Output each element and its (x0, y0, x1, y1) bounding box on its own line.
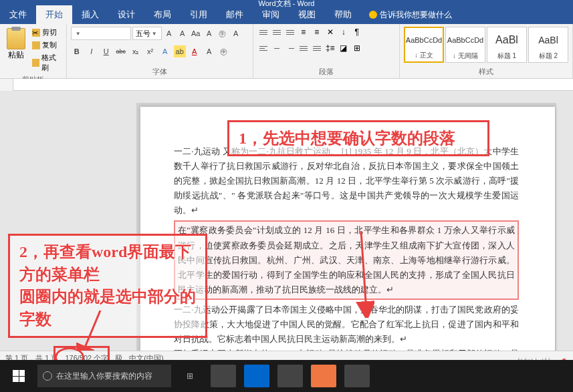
search-icon (43, 371, 52, 381)
line-spacing-button[interactable]: ‡≡ (324, 43, 336, 53)
tab-home[interactable]: 开始 (36, 5, 72, 25)
font-size-select[interactable]: 五号▼ (132, 27, 162, 40)
change-case-button[interactable]: Aa (190, 27, 202, 39)
title-bar: Word文档 - Word (0, 0, 573, 5)
paste-label: 粘贴 (8, 49, 24, 61)
underline-button[interactable]: U (100, 45, 112, 57)
paragraph-3[interactable]: 一二·九运动公开揭露了日本帝国主义侵略中国，并吞华北的阴谋，打击了国民党政府的妥… (174, 303, 519, 347)
bullets-button[interactable] (257, 27, 269, 37)
tab-help[interactable]: 帮助 (325, 5, 361, 25)
char-border-button[interactable]: A (230, 27, 242, 39)
tab-insert[interactable]: 插入 (72, 5, 108, 25)
multilevel-button[interactable] (284, 27, 296, 37)
clear-format-button[interactable]: A (203, 27, 215, 39)
numbering-button[interactable] (271, 27, 283, 37)
taskbar-search[interactable]: 在这里输入你要搜索的内容 (37, 365, 171, 387)
horizontal-ruler[interactable] (0, 79, 573, 91)
paragraph-group-label: 段落 (257, 65, 395, 77)
tab-references[interactable]: 引用 (181, 5, 217, 25)
taskview-button[interactable]: ⊞ (175, 363, 205, 389)
ruler-corner (0, 79, 13, 91)
sort-button[interactable]: ↓ (338, 27, 350, 37)
copy-button[interactable]: 复制 (31, 39, 62, 51)
tab-design[interactable]: 设计 (108, 5, 144, 25)
group-font: ▼ 五号▼ A A Aa A ㊫ A B I U abc x₂ x² A ab … (67, 24, 253, 78)
group-clipboard: 粘贴 ✂剪切 复制 格式刷 剪贴板 (0, 24, 67, 78)
subscript-button[interactable]: x₂ (130, 45, 142, 57)
strike-button[interactable]: abc (115, 45, 127, 57)
bold-button[interactable]: B (71, 45, 83, 57)
taskbar-app-3[interactable] (275, 363, 305, 389)
char-shading-button[interactable]: A (203, 45, 215, 57)
style-heading1[interactable]: AaBl标题 1 (487, 27, 527, 63)
tab-mail[interactable]: 邮件 (217, 5, 253, 25)
annotation-1: 1，先选中想要确认字数的段落 (227, 120, 489, 156)
group-styles: AaBbCcDd↓ 正文 AaBbCcDd↓ 无间隔 AaBl标题 1 AaBl… (400, 24, 573, 78)
copy-icon (32, 41, 40, 49)
app-title: Word文档 - Word (259, 0, 315, 9)
ribbon-body: 粘贴 ✂剪切 复制 格式刷 剪贴板 ▼ 五号▼ A A Aa A ㊫ A B (0, 24, 573, 79)
clipboard-icon (7, 28, 25, 49)
taskbar-app-2[interactable] (242, 363, 271, 389)
font-color-button[interactable]: A (189, 45, 201, 57)
shading-button[interactable]: ◪ (338, 43, 350, 53)
group-paragraph: ≡ ≡ ✕ ↓ ¶ ‡≡ ◪ ⊞ 段落 (253, 24, 400, 78)
cut-button[interactable]: ✂剪切 (31, 27, 62, 38)
bulb-icon (369, 11, 377, 19)
italic-button[interactable]: I (86, 45, 98, 57)
format-painter-button[interactable]: 格式刷 (31, 52, 62, 73)
paragraph-2-selected[interactable]: 在"冀察政务委员会"计划成立的 12 月 16 日，北平学生和各界群众 1 万余… (174, 220, 519, 299)
text-effect-button[interactable]: A (159, 45, 171, 57)
style-heading2[interactable]: AaBl标题 2 (528, 27, 568, 63)
annotation-2: 2，再查看word界面最下方的菜单栏 圆圈内的就是选中部分的字数 (8, 234, 207, 338)
indent-left-button[interactable]: ≡ (298, 27, 310, 37)
taskbar: 在这里输入你要搜索的内容 ⊞ (0, 360, 573, 392)
align-left-button[interactable] (257, 43, 269, 53)
tab-file[interactable]: 文件 (0, 5, 36, 25)
start-button[interactable] (4, 363, 33, 389)
taskbar-search-placeholder: 在这里输入你要搜索的内容 (56, 371, 152, 382)
align-center-button[interactable] (271, 43, 283, 53)
highlight-button[interactable]: ab (174, 45, 186, 57)
grow-font-button[interactable]: A (163, 27, 175, 39)
styles-group-label: 样式 (404, 65, 568, 77)
windows-icon (13, 370, 25, 382)
taskbar-app-5[interactable] (342, 363, 372, 389)
indent-right-button[interactable]: ≡ (311, 27, 323, 37)
phonetic-button[interactable]: ㊫ (217, 27, 229, 39)
style-nospacing[interactable]: AaBbCcDd↓ 无间隔 (445, 27, 485, 63)
paste-button[interactable]: 粘贴 (4, 27, 28, 62)
brush-icon (32, 59, 39, 67)
taskbar-app-1[interactable] (209, 363, 238, 389)
taskbar-app-4[interactable] (309, 363, 338, 389)
scissors-icon: ✂ (32, 29, 40, 37)
justify-button[interactable] (298, 43, 310, 53)
style-normal[interactable]: AaBbCcDd↓ 正文 (404, 27, 444, 63)
font-name-select[interactable]: ▼ (71, 27, 131, 40)
show-marks-button[interactable]: ¶ (351, 27, 363, 37)
enclose-char-button[interactable]: ㊥ (218, 45, 230, 57)
font-group-label: 字体 (71, 65, 249, 77)
distribute-button[interactable] (311, 43, 323, 53)
superscript-button[interactable]: x² (144, 45, 156, 57)
borders-button[interactable]: ⊞ (351, 43, 363, 53)
align-right-button[interactable] (284, 43, 296, 53)
tab-layout[interactable]: 布局 (144, 5, 181, 25)
asian-layout-button[interactable]: ✕ (324, 27, 336, 37)
tell-me-label: 告诉我你想要做什么 (380, 9, 452, 21)
shrink-font-button[interactable]: A (177, 27, 189, 39)
tell-me-search[interactable]: 告诉我你想要做什么 (369, 9, 452, 21)
